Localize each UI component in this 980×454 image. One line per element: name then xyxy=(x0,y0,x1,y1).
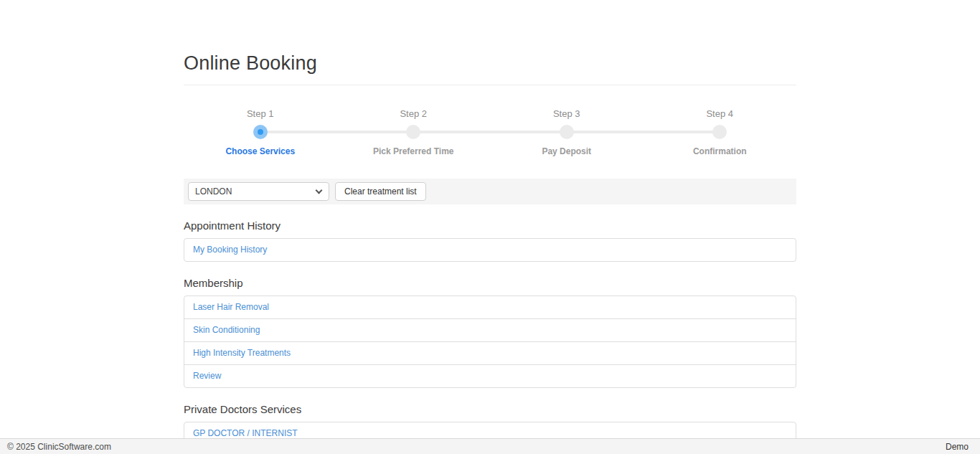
list-item-laser-hair-removal[interactable]: Laser Hair Removal xyxy=(184,296,796,318)
step-dot-icon xyxy=(560,125,574,139)
list-item-review[interactable]: Review xyxy=(184,364,796,387)
list-item-skin-conditioning[interactable]: Skin Conditioning xyxy=(184,318,796,341)
step-label: Choose Services xyxy=(225,147,295,156)
step-number: Step 4 xyxy=(706,109,733,118)
step-number: Step 1 xyxy=(247,109,274,118)
step-label: Confirmation xyxy=(693,147,747,156)
list-item-high-intensity-treatments[interactable]: High Intensity Treatments xyxy=(184,341,796,364)
demo-label: Demo xyxy=(946,442,980,452)
step-number: Step 2 xyxy=(400,109,427,118)
membership-list: Laser Hair Removal Skin Conditioning Hig… xyxy=(184,295,796,388)
list-item-my-booking-history[interactable]: My Booking History xyxy=(184,239,796,261)
title-divider xyxy=(184,85,796,85)
step-dot-active-icon xyxy=(253,125,268,139)
clear-treatment-list-button[interactable]: Clear treatment list xyxy=(335,182,426,201)
section-heading-private-doctors-services: Private Doctors Services xyxy=(184,403,796,416)
copyright-text: © 2025 ClinicSoftware.com xyxy=(0,442,111,452)
page-title: Online Booking xyxy=(184,52,796,75)
online-booking-page: Online Booking Step 1 Choose Services St… xyxy=(184,0,796,445)
location-toolbar: LONDON Clear treatment list xyxy=(184,179,796,204)
section-heading-appointment-history: Appointment History xyxy=(184,219,796,232)
step-3-pay-deposit[interactable]: Step 3 Pay Deposit xyxy=(490,109,644,156)
step-1-choose-services[interactable]: Step 1 Choose Services xyxy=(184,109,337,156)
step-dot-icon xyxy=(712,125,727,139)
step-label: Pick Preferred Time xyxy=(373,147,454,156)
step-4-confirmation[interactable]: Step 4 Confirmation xyxy=(644,109,797,156)
step-label: Pay Deposit xyxy=(542,147,591,156)
location-select[interactable]: LONDON xyxy=(188,182,329,201)
step-dot-icon xyxy=(406,125,420,139)
step-number: Step 3 xyxy=(553,109,580,118)
footer-bar: © 2025 ClinicSoftware.com Demo xyxy=(0,438,980,454)
booking-stepper: Step 1 Choose Services Step 2 Pick Prefe… xyxy=(184,109,796,156)
section-heading-membership: Membership xyxy=(184,277,796,290)
location-select-wrap: LONDON xyxy=(188,182,329,201)
step-2-pick-preferred-time[interactable]: Step 2 Pick Preferred Time xyxy=(337,109,491,156)
appointment-history-list: My Booking History xyxy=(184,238,796,262)
